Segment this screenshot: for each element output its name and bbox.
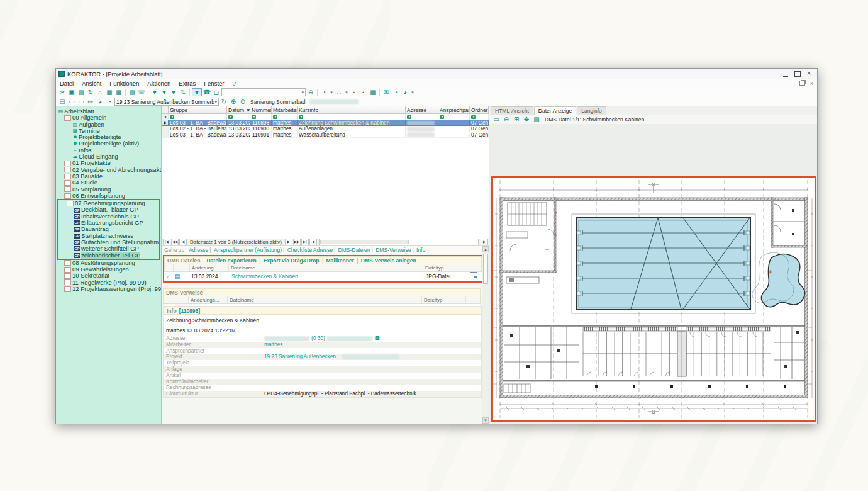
tree-item-06-entwurfsplanung[interactable]: 06 Entwurfsplanung (56, 193, 161, 199)
table-row[interactable]: ▶Los 03 - 1. BA - Badewasser13.03.202411… (162, 120, 489, 126)
filter-icon[interactable]: ▼ (160, 88, 169, 96)
assign-icon[interactable]: ↦ (86, 98, 95, 106)
menu-ansicht[interactable]: Ansicht (82, 80, 101, 87)
tree-item-02-vergabe-und-abrechnungsakte[interactable]: 02 Vergabe- und Abrechnungsakte (56, 167, 161, 173)
filter-clear-icon[interactable]: ▼ (169, 88, 178, 96)
tree-item-07-genehmigungsplanung[interactable]: 07 Genehmigungsplanung (58, 200, 159, 206)
tree-item-11-regelwerke-proj-99-99-[interactable]: 11 Regelwerke (Proj. 99 99) (56, 279, 161, 286)
clock-fwd-icon[interactable]: ◔ (391, 88, 400, 96)
filter-cell-nummer[interactable] (250, 114, 272, 120)
filter-icon[interactable] (273, 115, 277, 119)
filter-cell-kurzinfo[interactable] (298, 114, 406, 120)
column-header-mitarbeiter[interactable]: Mitarbeiter (272, 106, 298, 114)
minimize-button[interactable] (783, 71, 788, 77)
dms-action-export-via-drag-drop[interactable]: Export via Drag&Drop (264, 257, 320, 264)
dropdown-caret-icon[interactable]: ▾ (410, 88, 415, 96)
copy-icon[interactable]: ▤ (77, 88, 86, 96)
clock-back-icon[interactable]: ◕ (96, 98, 104, 106)
column-header-kurzinfo[interactable]: Kurzinfo (298, 106, 406, 114)
window-icon[interactable]: ▭ (67, 98, 76, 106)
tree-item-projektbeteiligte[interactable]: ☻Projektbeteiligte (56, 134, 161, 140)
tree-item-00-allgemein[interactable]: 00 Allgemein (56, 115, 161, 121)
search-combo[interactable]: ▾ (221, 88, 306, 96)
nav-next-page-button[interactable]: ▶▶ (293, 239, 301, 246)
mail-icon[interactable]: ✉ (382, 88, 391, 96)
filter-cell-datum[interactable] (227, 114, 250, 120)
nav-prev-button[interactable]: ◀ (179, 239, 187, 246)
filter-icon[interactable] (299, 115, 303, 119)
zoom-icon[interactable]: ⊕ (229, 98, 238, 106)
export-icon[interactable]: ▤ (532, 115, 541, 123)
mdi-restore-button[interactable] (799, 81, 805, 86)
goto-link-ansprechpartner-auflistung-[interactable]: Ansprechpartner (Auflistung) (214, 247, 282, 253)
records-grid[interactable]: GruppeDatum ▼NummerMitarbeiterKurzinfoAd… (162, 106, 489, 239)
open-external-icon[interactable] (470, 272, 477, 278)
tree-item-projektbeteiligte-aktiv-[interactable]: ☻Projektbeteiligte (aktiv) (56, 140, 161, 147)
project-combo[interactable]: 19 23 Sanierung Außenbecken Sommerbad▾ (114, 98, 219, 106)
goto-link-info[interactable]: Info (416, 247, 425, 253)
calendar-clock-icon[interactable]: ▦ (369, 88, 377, 96)
tree-item-zeichnerischer-teil-gp[interactable]: GPzeichnerischer Teil GP (58, 252, 159, 259)
tree-item-aufgaben[interactable]: ▤Aufgaben (56, 121, 161, 128)
table-row[interactable]: Los 03 - 1. BA - Badewasser13.03.2024110… (162, 132, 489, 138)
menu-?[interactable]: ? (233, 80, 236, 87)
tab-datei-anzeige[interactable]: Datei-Anzeige (534, 106, 576, 115)
scroll-right-button[interactable]: ▶ (481, 239, 488, 246)
pan-icon[interactable]: ✥ (522, 115, 531, 123)
filter-cell-ordner[interactable] (470, 114, 489, 120)
zoom-out-icon[interactable]: ⊖ (502, 115, 511, 123)
scroll-left-button[interactable]: ◀ (309, 239, 317, 246)
menu-aktionen[interactable]: Aktionen (147, 80, 170, 87)
tree-item-arbeitsblatt[interactable]: ▤Arbeitsblatt (56, 108, 161, 115)
column-header-ansprechpartner[interactable]: Ansprechpartner (438, 106, 470, 114)
column-header-datum[interactable]: Datum ▼ (227, 106, 250, 114)
menu-funktionen[interactable]: Funktionen (109, 80, 139, 87)
tree-item-09-gewährleistungen[interactable]: 09 Gewährleistungen (56, 266, 161, 273)
calendar-icon[interactable]: ▦ (114, 88, 123, 96)
filter-cell-adresse[interactable] (406, 114, 438, 120)
home-icon[interactable]: ⌂ (96, 88, 104, 96)
filter-icon[interactable] (407, 115, 411, 119)
clock-add-icon[interactable]: ◔ (320, 88, 328, 96)
filter-icon[interactable] (440, 115, 444, 119)
goto-link-dms-dateien[interactable]: DMS-Dateien (338, 247, 370, 253)
dms-action-dateien-exportieren[interactable]: Dateien exportieren (206, 257, 256, 264)
goto-link-dms-verweise[interactable]: DMS-Verweise (376, 247, 411, 253)
print-icon[interactable]: ▤ (58, 98, 67, 106)
zoom-fit-icon[interactable]: ⊞ (512, 115, 521, 123)
dms-file-row[interactable]: ✓▤13.03.2024...Schwimmbecken & KabinenJP… (164, 272, 482, 281)
filter-set-icon[interactable]: ▼ (150, 88, 159, 96)
mark-red-icon[interactable]: ▪ (350, 88, 359, 96)
refresh-icon[interactable]: ↻ (220, 98, 228, 106)
menu-fenster[interactable]: Fenster (204, 80, 224, 87)
tree-item-cloud-eingang[interactable]: ☁Cloud-Eingang (56, 154, 161, 160)
column-header-ordner[interactable]: Ordner (470, 106, 489, 114)
tree-item-gutachten-und-stellungnahmen-gp[interactable]: GPGutachten und Stellungnahmen GP (58, 239, 159, 246)
goto-link-checkliste-adresse[interactable]: Checkliste Adresse (287, 247, 333, 253)
tree-item-bauantrag[interactable]: GPBauantrag (58, 226, 159, 232)
tree-item-04-studie[interactable]: 04 Studie (56, 179, 161, 186)
tree-item-05-vorplanung[interactable]: 05 Vorplanung (56, 186, 161, 193)
nav-last-button[interactable]: ▶| (301, 239, 309, 246)
filter-icon[interactable] (252, 115, 256, 119)
filter-color-icon[interactable]: ▼ (192, 88, 202, 96)
frame-search-icon[interactable]: ◻ (212, 88, 221, 96)
table-row[interactable]: Los 02 - 1. BA - Bauleistunge13.03.20241… (162, 126, 489, 132)
horizontal-scrollbar[interactable] (319, 239, 479, 246)
edit-icon[interactable]: ✂ (58, 88, 67, 96)
tree-item-08-ausführungsplanung[interactable]: 08 Ausführungsplanung (56, 260, 161, 266)
close-button[interactable]: × (807, 71, 811, 77)
filter-icon[interactable] (170, 115, 174, 119)
tree-item-01-projektakte[interactable]: 01 Projektakte (56, 160, 161, 166)
file-viewer[interactable] (489, 124, 817, 424)
tree-item-stellplatznachweise[interactable]: GPStellplatznachweise (58, 233, 159, 239)
filter-cell-ansprechpartner[interactable] (438, 114, 470, 120)
dms-file-name[interactable]: Schwimmbecken & Kabinen (230, 272, 423, 281)
menu-extras[interactable]: Extras (179, 80, 196, 87)
tree-item-weiterer-schriftteil-gp[interactable]: GPweiterer Schriftteil GP (58, 246, 159, 252)
scroll-up-button[interactable]: ▲ (482, 246, 489, 252)
phone-icon[interactable]: ☎ (374, 336, 381, 342)
tree-item-10-sekretariat[interactable]: 10 Sekretariat (56, 273, 161, 279)
filter-cell-mitarbeiter[interactable] (272, 114, 298, 120)
zoom-out-icon[interactable]: ⊖ (306, 88, 315, 96)
